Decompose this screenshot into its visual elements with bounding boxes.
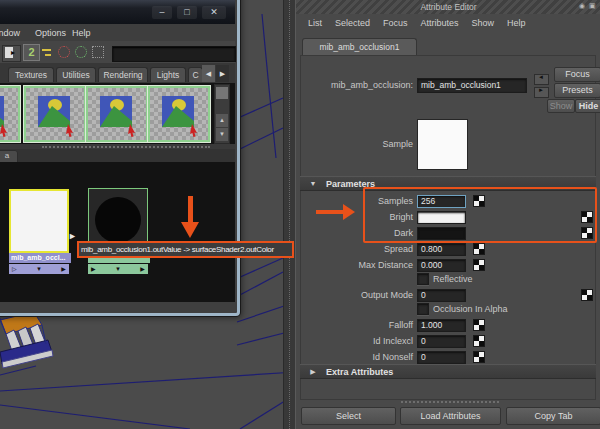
- tab-scroll-left-icon[interactable]: ◀: [202, 65, 215, 82]
- scroll-down-icon[interactable]: ▼: [216, 128, 228, 141]
- node-type-label: mib_amb_occlusion:: [296, 80, 413, 90]
- extra-attributes-section-header[interactable]: ▶ Extra Attributes: [300, 364, 596, 379]
- surface-shader-node-swatch[interactable]: [9, 189, 69, 253]
- maya-application: – □ ✕ Window Options Help ▸ 2 Textures U…: [0, 0, 600, 429]
- node-io-bar[interactable]: ▷ ▼ ▶: [9, 264, 69, 274]
- gray-dotted-square-icon[interactable]: [91, 45, 105, 59]
- menu-help[interactable]: Help: [72, 28, 91, 38]
- node-expand-icon[interactable]: ▼: [115, 264, 121, 274]
- hypershade-filter-input[interactable]: [112, 46, 236, 62]
- red-dotted-circle-icon[interactable]: [57, 45, 71, 59]
- annotation-arrow-down-head: [181, 222, 199, 238]
- id-inclexcl-input[interactable]: [417, 335, 466, 348]
- node-io-bar[interactable]: ▶ ▼ ▶: [88, 264, 148, 274]
- presets-button[interactable]: Presets: [554, 83, 600, 98]
- attribute-editor-titlebar[interactable]: Attribute Editor: [296, 0, 600, 14]
- menu-help[interactable]: Help: [507, 18, 526, 28]
- occlusion-sphere: [95, 197, 141, 243]
- param-row-output-mode: Output Mode: [296, 288, 596, 302]
- pane-resize-handle[interactable]: [42, 146, 210, 148]
- tab-scroll-right-icon[interactable]: ▶: [216, 65, 229, 82]
- scroll-up-icon[interactable]: ▲: [216, 114, 228, 127]
- tab-utilities[interactable]: Utilities: [56, 67, 96, 82]
- tab-cut-off[interactable]: C: [188, 67, 203, 82]
- tab-rendering[interactable]: Rendering: [98, 67, 148, 82]
- tab-textures[interactable]: Textures: [8, 67, 54, 82]
- id-inclexcl-map-icon[interactable]: [473, 335, 485, 347]
- load-attributes-button[interactable]: Load Attributes: [400, 407, 501, 425]
- focus-button[interactable]: Focus: [554, 67, 600, 82]
- param-row-falloff: Falloff: [296, 318, 596, 332]
- menu-window[interactable]: Window: [0, 28, 20, 38]
- node-title-bar[interactable]: mib_amb_occl...: [9, 253, 71, 263]
- tab-lights[interactable]: Lights: [150, 67, 186, 82]
- node-input-icon[interactable]: ▶: [91, 264, 96, 274]
- annotation-arrow-down: [188, 196, 193, 223]
- texture-swatch[interactable]: [148, 86, 210, 142]
- node-name-input[interactable]: [417, 78, 527, 93]
- max-distance-map-icon[interactable]: [473, 259, 485, 271]
- input-connection-icon[interactable]: ◄: [534, 74, 549, 85]
- param-row-id-nonself: Id Nonself: [296, 350, 596, 364]
- connection-status-tooltip: mib_amb_occlusion1.outValue -> surfaceSh…: [77, 241, 294, 258]
- show-button[interactable]: Show: [547, 99, 575, 113]
- occlusion-in-alpha-checkbox[interactable]: [417, 303, 429, 315]
- node-output-icon[interactable]: ▶: [140, 264, 145, 274]
- panel-detach-icon[interactable]: ▣: [589, 2, 596, 10]
- footer-resize-handle[interactable]: [401, 401, 499, 403]
- hypershade-titlebar[interactable]: [0, 0, 235, 24]
- max-distance-input[interactable]: [417, 259, 466, 272]
- output-connection-icon[interactable]: ►: [534, 87, 549, 98]
- menu-show[interactable]: Show: [472, 18, 495, 28]
- two-pane-icon[interactable]: 2: [23, 44, 40, 61]
- texture-swatch[interactable]: [24, 86, 86, 142]
- spread-input[interactable]: [417, 243, 466, 256]
- collapse-icon: ▼: [300, 180, 326, 187]
- node-name-row: mib_amb_occlusion:: [296, 78, 596, 92]
- param-row-id-inclexcl: Id Inclexcl: [296, 334, 596, 348]
- id-nonself-input[interactable]: [417, 351, 466, 364]
- texture-swatch[interactable]: [86, 86, 148, 142]
- maximize-button[interactable]: □: [177, 6, 197, 19]
- copy-tab-button[interactable]: Copy Tab: [506, 407, 600, 425]
- pane-arrow-icon[interactable]: ▸: [2, 45, 21, 62]
- falloff-map-icon[interactable]: [473, 319, 485, 331]
- node-expand-icon[interactable]: ▼: [36, 264, 42, 274]
- close-button[interactable]: ✕: [202, 6, 226, 19]
- menu-attributes[interactable]: Attributes: [421, 18, 459, 28]
- annotation-highlight-rect: [363, 187, 597, 243]
- reflective-label: Reflective: [433, 274, 473, 284]
- output-mode-map-icon[interactable]: [581, 289, 593, 301]
- annotation-arrow-right: [316, 210, 343, 214]
- expand-icon: ▶: [300, 368, 326, 376]
- swatch-scrollbar[interactable]: ▲ ▼: [214, 84, 230, 144]
- hide-button[interactable]: Hide: [575, 99, 600, 113]
- minimize-button[interactable]: –: [152, 6, 172, 19]
- dash-icon[interactable]: [42, 49, 51, 51]
- select-button[interactable]: Select: [301, 407, 396, 425]
- tab-mib-amb-occlusion1[interactable]: mib_amb_occlusion1: [302, 38, 417, 56]
- menu-options[interactable]: Options: [35, 28, 66, 38]
- id-nonself-map-icon[interactable]: [473, 351, 485, 363]
- sample-swatch: [417, 119, 468, 170]
- sample-label: Sample: [296, 139, 413, 149]
- menu-selected[interactable]: Selected: [335, 18, 370, 28]
- scrollbar-thumb[interactable]: [216, 87, 228, 99]
- menu-list[interactable]: List: [308, 18, 322, 28]
- reflective-checkbox[interactable]: [417, 273, 429, 285]
- menu-focus[interactable]: Focus: [383, 18, 408, 28]
- annotation-arrow-right-head: [343, 204, 355, 220]
- connection-arrow-icon[interactable]: ►: [68, 231, 77, 241]
- work-area-tabstrip: [0, 149, 235, 162]
- falloff-input[interactable]: [417, 319, 466, 332]
- output-mode-input[interactable]: [417, 289, 466, 302]
- bench-object: [0, 312, 53, 368]
- dash-icon-small: [45, 54, 51, 56]
- node-input-icon[interactable]: ▷: [12, 264, 17, 274]
- attribute-editor-menubar: List Selected Focus Attributes Show Help: [296, 14, 600, 31]
- panel-menu-icon[interactable]: ◉: [579, 2, 585, 10]
- texture-swatch[interactable]: [0, 86, 20, 142]
- green-dotted-circle-icon[interactable]: [74, 45, 88, 59]
- spread-map-icon[interactable]: [473, 243, 485, 255]
- node-output-icon[interactable]: ▶: [61, 264, 66, 274]
